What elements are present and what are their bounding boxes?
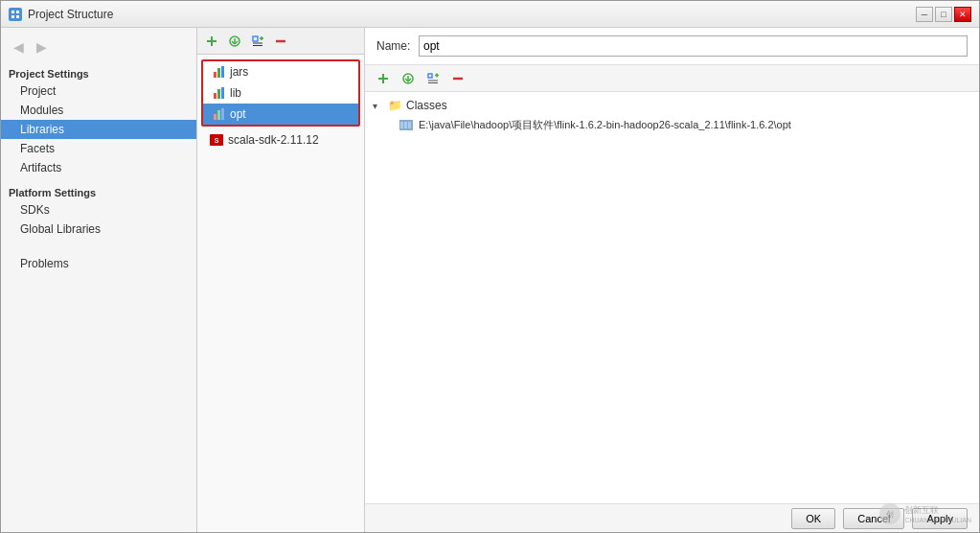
folder-icon: 📁 (388, 99, 402, 112)
sidebar-item-sdks[interactable]: SDKs (1, 200, 196, 220)
remove-library-button[interactable] (270, 31, 291, 52)
svg-rect-10 (253, 36, 258, 41)
watermark-text: 创新互联 CHUANGXIN HULIAN (904, 504, 971, 523)
ok-button[interactable]: OK (791, 508, 835, 529)
sidebar-item-modules[interactable]: Modules (1, 101, 196, 120)
sidebar-item-libraries[interactable]: Libraries (1, 120, 196, 139)
name-row: Name: (365, 28, 979, 65)
watermark-logo: 创 (879, 503, 900, 524)
chevron-down-icon: ▾ (373, 101, 384, 111)
svg-rect-1 (16, 11, 19, 13)
add-library-button[interactable] (201, 31, 222, 52)
right-panel: Name: (365, 28, 979, 532)
middle-panel: jars lib (197, 28, 365, 532)
sidebar: ◀ ▶ Project Settings Project Modules Lib… (1, 28, 197, 532)
svg-rect-2 (11, 15, 14, 18)
scala-sdk-icon: S (209, 133, 224, 147)
lib-icon (211, 86, 226, 100)
sidebar-item-global-libraries[interactable]: Global Libraries (1, 220, 196, 239)
svg-rect-28 (404, 122, 407, 128)
right-add-maven-button[interactable] (398, 68, 419, 89)
close-button[interactable]: ✕ (954, 7, 971, 22)
back-button[interactable]: ◀ (9, 37, 28, 57)
library-list: jars lib (197, 55, 364, 532)
right-add-button[interactable] (373, 68, 394, 89)
path-text: E:\java\File\hadoop\项目软件\flink-1.6.2-bin… (419, 118, 791, 132)
add-from-maven-button[interactable] (224, 31, 245, 52)
svg-rect-20 (428, 74, 432, 78)
minimize-button[interactable]: ─ (916, 7, 933, 22)
right-add-module-button[interactable] (422, 68, 444, 89)
middle-toolbar (197, 28, 364, 55)
library-item-opt[interactable]: opt (203, 104, 358, 125)
jars-icon (211, 65, 226, 79)
name-label: Name: (376, 39, 411, 53)
sidebar-item-facets[interactable]: Facets (1, 139, 196, 158)
path-icon (399, 120, 413, 130)
svg-rect-0 (11, 11, 14, 13)
window-icon (9, 8, 22, 21)
right-remove-button[interactable] (447, 68, 468, 89)
sidebar-item-project[interactable]: Project (1, 81, 196, 101)
sidebar-item-problems[interactable]: Problems (1, 254, 196, 273)
right-toolbar (365, 65, 979, 92)
add-to-module-button[interactable] (247, 31, 268, 52)
nav-buttons: ◀ ▶ (1, 35, 196, 64)
sidebar-item-artifacts[interactable]: Artifacts (1, 158, 196, 177)
svg-rect-3 (16, 15, 19, 18)
project-settings-header: Project Settings (1, 64, 196, 81)
window-title: Project Structure (28, 8, 113, 21)
svg-rect-29 (408, 122, 411, 128)
svg-rect-27 (400, 122, 403, 128)
title-bar: Project Structure ─ □ ✕ (1, 1, 979, 28)
library-item-scala-sdk[interactable]: S scala-sdk-2.11.12 (197, 129, 364, 151)
library-item-jars[interactable]: jars (203, 61, 358, 82)
platform-settings-header: Platform Settings (1, 183, 196, 200)
classes-row[interactable]: ▾ 📁 Classes (365, 96, 979, 115)
maximize-button[interactable]: □ (935, 7, 952, 22)
library-item-lib[interactable]: lib (203, 82, 358, 104)
watermark: 创 创新互联 CHUANGXIN HULIAN (879, 503, 971, 524)
forward-button[interactable]: ▶ (32, 37, 51, 57)
classes-label: Classes (406, 99, 447, 112)
window-controls: ─ □ ✕ (916, 7, 971, 22)
tree-area: ▾ 📁 Classes E:\java\File\hadoop\项目软件\fli… (365, 92, 979, 302)
opt-icon (211, 107, 226, 121)
name-input[interactable] (419, 35, 968, 57)
path-row[interactable]: E:\java\File\hadoop\项目软件\flink-1.6.2-bin… (365, 115, 979, 135)
